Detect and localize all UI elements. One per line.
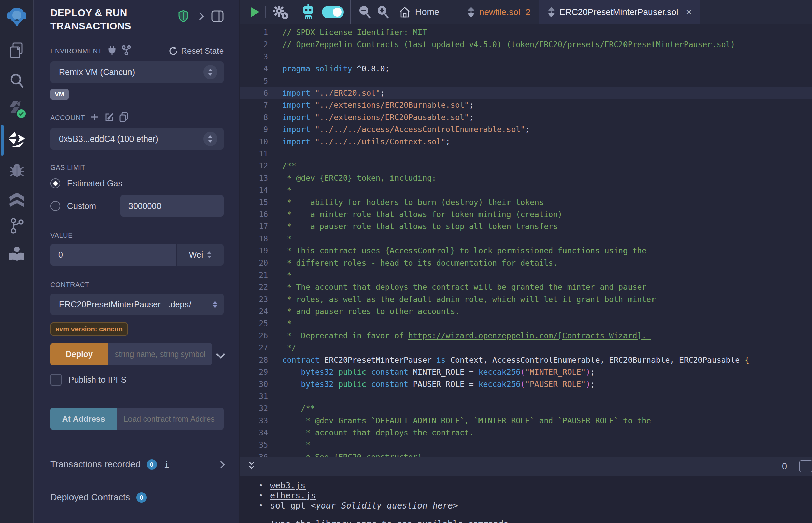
code-line-20[interactable]: 20 * different roles - head to its docum… — [240, 257, 812, 269]
remix-ai-icon[interactable] — [300, 0, 316, 24]
compile-run-settings-icon[interactable] — [271, 0, 289, 24]
learneth-icon[interactable] — [0, 243, 34, 265]
code-line-7[interactable]: 7import "../extensions/ERC20Burnable.sol… — [240, 99, 812, 111]
code-area[interactable]: 1// SPDX-License-Identifier: MIT2// Open… — [240, 24, 812, 457]
zoom-out-icon[interactable] — [358, 0, 371, 24]
code-line-25[interactable]: 25 * — [240, 318, 812, 329]
debugger-icon[interactable] — [0, 159, 34, 181]
terminal-list-item[interactable]: web3.js — [259, 481, 812, 491]
line-number: 7 — [240, 99, 282, 111]
code-line-10[interactable]: 10import "../../../utils/Context.sol"; — [240, 136, 812, 148]
home-tab[interactable]: Home — [399, 6, 439, 18]
deploy-args-input[interactable] — [108, 343, 212, 365]
code-line-14[interactable]: 14 * — [240, 184, 812, 196]
active-plugin-indicator — [1, 125, 4, 156]
terminal-collapse-icon[interactable] — [247, 460, 257, 473]
line-content: * — [282, 269, 812, 281]
code-line-23[interactable]: 23 * roles, as well as the default admin… — [240, 293, 812, 305]
shield-icon[interactable] — [178, 10, 189, 23]
code-line-11[interactable]: 11 — [240, 148, 812, 160]
code-line-22[interactable]: 22 * The account that deploys the contra… — [240, 281, 812, 293]
code-line-30[interactable]: 30 bytes32 public constant PAUSER_ROLE =… — [240, 378, 812, 390]
publish-ipfs-checkbox[interactable] — [50, 374, 62, 385]
code-line-31[interactable]: 31 — [240, 390, 812, 402]
pin-panel-icon[interactable] — [211, 11, 224, 23]
expand-constructor-icon[interactable] — [216, 350, 225, 358]
value-input[interactable] — [50, 244, 176, 266]
code-line-16[interactable]: 16 * - a minter role that allows for tok… — [240, 208, 812, 220]
code-line-17[interactable]: 17 * - a pauser role that allows to stop… — [240, 220, 812, 233]
run-script-icon[interactable] — [250, 0, 260, 24]
code-line-6[interactable]: 6import "../ERC20.sol"; — [240, 87, 812, 99]
estimated-gas-radio[interactable] — [50, 178, 60, 188]
code-line-26[interactable]: 26 * _Deprecated in favor of https://wiz… — [240, 329, 812, 342]
file-explorer-icon[interactable] — [0, 40, 34, 61]
info-icon[interactable]: i — [164, 459, 169, 470]
code-line-27[interactable]: 27 */ — [240, 342, 812, 354]
custom-gas-radio[interactable] — [50, 201, 60, 211]
edit-account-icon[interactable] — [105, 112, 114, 123]
line-number: 25 — [240, 318, 282, 329]
fork-environment-icon[interactable] — [122, 45, 131, 57]
toolbar-separator — [265, 6, 266, 18]
environment-select[interactable]: Remix VM (Cancun) — [50, 61, 224, 83]
static-analysis-icon[interactable] — [0, 188, 34, 210]
deploy-run-icon[interactable] — [0, 129, 34, 151]
code-line-32[interactable]: 32 /** — [240, 402, 812, 414]
code-line-4[interactable]: 4pragma solidity ^0.8.0; — [240, 63, 812, 75]
code-line-3[interactable]: 3 — [240, 51, 812, 63]
git-icon[interactable] — [0, 215, 34, 237]
tab-newfile[interactable]: newfile.sol 2 — [459, 0, 539, 24]
code-line-8[interactable]: 8import "../extensions/ERC20Pausable.sol… — [240, 111, 812, 123]
code-line-33[interactable]: 33 * @dev Grants `DEFAULT_ADMIN_ROLE`, `… — [240, 414, 812, 427]
code-line-13[interactable]: 13 * @dev {ERC20} token, including: — [240, 172, 812, 184]
code-line-12[interactable]: 12/** — [240, 160, 812, 172]
code-line-21[interactable]: 21 * — [240, 269, 812, 281]
code-line-9[interactable]: 9import "../../../access/AccessControlEn… — [240, 123, 812, 136]
terminal-list-item: sol-gpt <your Solidity question here> — [259, 501, 812, 511]
ai-toggle-switch[interactable] — [322, 0, 343, 24]
tab-close-icon[interactable] — [686, 7, 692, 17]
code-line-36[interactable]: 36 * See {ERC20-constructor}. — [240, 451, 812, 457]
remix-logo[interactable] — [0, 6, 34, 28]
line-content: * account that deploys the contract. — [282, 427, 812, 439]
copy-account-icon[interactable] — [119, 112, 128, 123]
contract-select[interactable]: ERC20PresetMinterPauser - .deps/ — [50, 293, 224, 315]
code-line-29[interactable]: 29 bytes32 public constant MINTER_ROLE =… — [240, 366, 812, 378]
code-line-35[interactable]: 35 * — [240, 439, 812, 451]
solidity-compiler-icon[interactable] — [0, 98, 34, 120]
account-value: 0x5B3...eddC4 (100 ether) — [59, 134, 199, 144]
code-line-34[interactable]: 34 * account that deploys the contract. — [240, 427, 812, 439]
search-icon[interactable] — [0, 70, 34, 92]
code-line-5[interactable]: 5 — [240, 75, 812, 87]
chevron-right-icon[interactable] — [217, 461, 225, 468]
deployed-contracts-section[interactable]: Deployed Contracts 0 — [50, 482, 224, 513]
gas-limit-label: GAS LIMIT — [50, 164, 85, 171]
deploy-button[interactable]: Deploy — [50, 343, 108, 365]
terminal-listen-checkbox[interactable] — [799, 460, 812, 472]
account-select[interactable]: 0x5B3...eddC4 (100 ether) — [50, 128, 224, 150]
tab-erc20presetminterpauser[interactable]: ERC20PresetMinterPauser.sol — [539, 0, 700, 24]
code-line-24[interactable]: 24 * and pauser roles to other accounts. — [240, 305, 812, 318]
zoom-in-icon[interactable] — [377, 0, 389, 24]
add-account-icon[interactable] — [90, 112, 99, 123]
code-line-15[interactable]: 15 * - ability for holders to burn (dest… — [240, 196, 812, 208]
line-number: 31 — [240, 390, 282, 402]
plug-icon[interactable] — [108, 45, 116, 57]
custom-gas-input[interactable] — [120, 195, 224, 217]
code-line-18[interactable]: 18 * — [240, 233, 812, 245]
code-line-2[interactable]: 2// OpenZeppelin Contracts (last updated… — [240, 38, 812, 51]
code-line-1[interactable]: 1// SPDX-License-Identifier: MIT — [240, 26, 812, 38]
code-line-28[interactable]: 28contract ERC20PresetMinterPauser is Co… — [240, 354, 812, 366]
code-line-19[interactable]: 19 * This contract uses {AccessControl} … — [240, 245, 812, 257]
terminal-list-item[interactable]: ethers.js — [259, 491, 812, 501]
transactions-recorded-label: Transactions recorded — [50, 459, 141, 470]
transactions-recorded-section[interactable]: Transactions recorded 0 i — [50, 449, 224, 480]
at-address-input[interactable] — [117, 408, 224, 430]
reset-state-button[interactable]: Reset State — [169, 46, 224, 56]
at-address-button[interactable]: At Address — [50, 408, 117, 430]
expand-panel-icon[interactable] — [197, 14, 203, 20]
value-unit-label: Wei — [189, 250, 203, 260]
settings-icon[interactable] — [0, 515, 34, 523]
value-unit-select[interactable]: Wei — [177, 244, 224, 266]
